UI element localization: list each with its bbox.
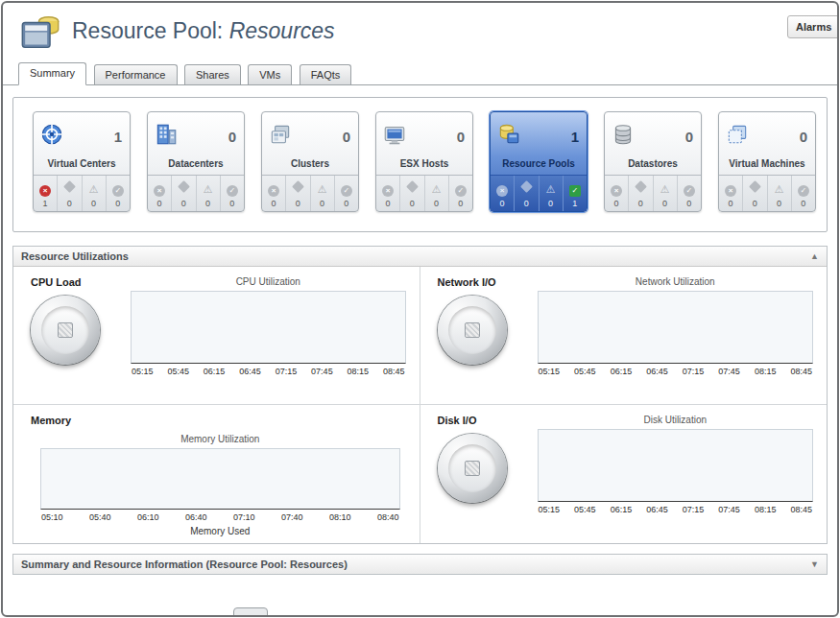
gauge-label: Memory [31, 415, 406, 426]
x-tick: 06:15 [611, 367, 633, 376]
tile-datacenters[interactable]: 0 Datacenters × 0 0 ⚠ 0 [147, 111, 245, 212]
summary-info-header[interactable]: Summary and Resource Information (Resour… [12, 554, 828, 575]
status-warning-cell[interactable]: ⚠ 0 [653, 176, 677, 211]
warning-icon: ⚠ [89, 184, 99, 196]
status-count: 0 [425, 199, 448, 208]
x-tick: 07:45 [718, 505, 740, 514]
datastores-icon [611, 122, 636, 151]
network-io-gauge[interactable] [438, 296, 507, 365]
x-axis-ticks: 05:15 05:45 06:15 06:45 07:15 07:45 08:1… [538, 364, 814, 376]
tile-datastores[interactable]: 0 Datastores × 0 0 ⚠ 0 [604, 111, 702, 212]
tile-label: Resource Pools [491, 154, 587, 175]
memory-utilization-chart [40, 448, 400, 510]
chart-title: CPU Utilization [131, 276, 406, 287]
status-count: 0 [197, 199, 220, 208]
fatal-icon: × [611, 185, 622, 197]
status-critical-cell[interactable]: 0 [57, 176, 81, 211]
status-warning-cell[interactable]: ⚠ 0 [539, 176, 563, 211]
panel-cpu: CPU Load CPU Utilization 05:15 05:45 06:… [13, 267, 420, 405]
status-critical-cell[interactable]: 0 [399, 176, 423, 211]
status-fatal-cell[interactable]: × 0 [491, 176, 514, 211]
status-fatal-cell[interactable]: × 0 [719, 176, 742, 211]
critical-icon [635, 180, 647, 193]
critical-icon [406, 180, 419, 193]
alarms-button[interactable]: Alarms [787, 15, 839, 38]
status-count: 0 [515, 199, 538, 208]
expand-icon[interactable]: ▼ [810, 559, 819, 569]
network-utilization-chart [538, 291, 814, 364]
status-normal-cell[interactable]: ✓ 0 [677, 176, 701, 211]
x-tick: 08:45 [790, 367, 812, 376]
fatal-icon: × [39, 185, 51, 197]
status-fatal-cell[interactable]: × 0 [376, 176, 399, 211]
page-title-name: Resources [229, 18, 335, 43]
x-tick: 07:15 [683, 505, 705, 514]
tile-label: Datastores [605, 154, 701, 175]
x-tick: 06:15 [204, 367, 226, 376]
status-fatal-cell[interactable]: × 0 [262, 176, 285, 211]
status-normal-cell[interactable]: ✓ 0 [334, 176, 358, 211]
tile-count: 0 [343, 129, 350, 145]
tab-faqts[interactable]: FAQts [300, 64, 352, 84]
fatal-icon: × [268, 185, 279, 197]
x-axis-ticks: 05:10 05:40 06:10 06:40 07:10 07:40 08:1… [40, 510, 400, 522]
status-fatal-cell[interactable]: × 0 [148, 176, 171, 211]
tile-label: Virtual Machines [719, 154, 815, 175]
status-count: 0 [743, 199, 766, 208]
panel-disk: Disk I/O Disk Utilization 05:15 05:45 06… [420, 405, 828, 543]
warning-icon: ⚠ [660, 184, 670, 196]
gauge-center-icon [465, 461, 480, 476]
normal-icon: ✓ [227, 185, 238, 197]
status-count: 0 [678, 199, 701, 208]
gauge-label: CPU Load [31, 276, 131, 288]
tile-count: 0 [228, 129, 236, 145]
resource-utilizations-section: Resource Utilizations ▲ CPU Load CPU Uti… [12, 246, 828, 544]
x-tick: 06:15 [611, 505, 633, 514]
datacenters-icon [154, 122, 179, 151]
status-critical-cell[interactable]: 0 [171, 176, 195, 211]
esx-hosts-icon [382, 122, 407, 151]
status-warning-cell[interactable]: ⚠ 0 [424, 176, 448, 211]
status-warning-cell[interactable]: ⚠ 0 [310, 176, 334, 211]
tile-clusters[interactable]: 0 Clusters × 0 0 ⚠ 0 [261, 111, 359, 212]
cpu-load-gauge[interactable] [31, 296, 100, 365]
critical-icon [520, 180, 533, 193]
tile-resource-pools[interactable]: 1 Resource Pools × 0 0 ⚠ 0 [490, 111, 588, 212]
resource-utilizations-header[interactable]: Resource Utilizations ▲ [13, 247, 827, 267]
status-warning-cell[interactable]: ⚠ 0 [767, 176, 791, 211]
tile-label: Datacenters [148, 154, 244, 175]
gauge-label: Disk I/O [438, 415, 538, 426]
x-tick: 07:15 [683, 367, 705, 376]
status-critical-cell[interactable]: 0 [742, 176, 766, 211]
tile-esx-hosts[interactable]: 0 ESX Hosts × 0 0 ⚠ 0 [375, 111, 473, 212]
virtual-machines-icon [725, 122, 750, 151]
normal-icon: ✓ [455, 185, 467, 197]
status-fatal-cell[interactable]: × 0 [605, 176, 628, 211]
status-fatal-cell[interactable]: × 1 [34, 176, 57, 211]
status-warning-cell[interactable]: ⚠ 0 [82, 176, 106, 211]
status-normal-cell[interactable]: ✓ 0 [220, 176, 244, 211]
tab-performance[interactable]: Performance [94, 64, 178, 84]
status-count: 0 [335, 199, 358, 208]
status-count: 0 [148, 199, 171, 208]
utilization-grid: CPU Load CPU Utilization 05:15 05:45 06:… [13, 267, 827, 543]
tab-vms[interactable]: VMs [248, 64, 292, 84]
x-tick: 05:15 [132, 367, 154, 376]
tab-summary[interactable]: Summary [18, 62, 86, 85]
status-critical-cell[interactable]: 0 [285, 176, 309, 211]
status-critical-cell[interactable]: 0 [628, 176, 652, 211]
status-critical-cell[interactable]: 0 [514, 176, 538, 211]
status-normal-cell[interactable]: ✓ 0 [448, 176, 472, 211]
tile-virtual-machines[interactable]: 0 Virtual Machines × 0 0 ⚠ 0 [718, 111, 816, 212]
tab-shares[interactable]: Shares [184, 64, 241, 84]
status-normal-cell[interactable]: ✓ 1 [563, 176, 587, 211]
tile-virtual-centers[interactable]: 1 Virtual Centers × 1 0 ⚠ 0 [33, 111, 131, 212]
status-warning-cell[interactable]: ⚠ 0 [196, 176, 220, 211]
main-content: 1 Virtual Centers × 1 0 ⚠ 0 [3, 85, 837, 575]
disk-io-gauge[interactable] [438, 434, 507, 503]
status-normal-cell[interactable]: ✓ 0 [106, 176, 130, 211]
clusters-icon [268, 122, 293, 151]
x-tick: 08:10 [329, 512, 351, 522]
status-normal-cell[interactable]: ✓ 0 [791, 176, 815, 211]
collapse-icon[interactable]: ▲ [810, 251, 819, 261]
